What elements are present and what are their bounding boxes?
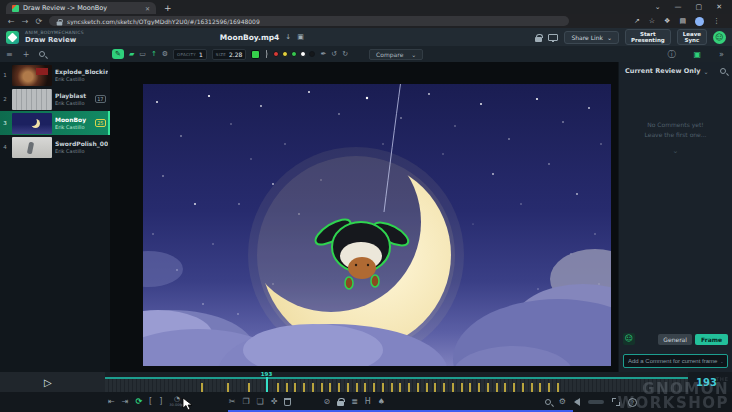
palette-color-dot[interactable]	[300, 51, 306, 57]
size-field[interactable]: SIZE 2.28	[212, 49, 247, 60]
sort-icon[interactable]: ≡	[6, 50, 13, 59]
screenshare-icon[interactable]	[548, 34, 558, 41]
comment-marker[interactable]	[303, 383, 305, 392]
current-color-swatch[interactable]	[251, 50, 260, 59]
eraser-tool-button[interactable]: ▰	[129, 50, 134, 58]
pen-icon[interactable]: ✒	[320, 50, 326, 58]
bookmark-star-icon[interactable]: ☆	[649, 17, 655, 25]
ghost-icon[interactable]: ♠	[378, 398, 385, 406]
playhead[interactable]: 193	[266, 377, 268, 392]
item-thumbnail[interactable]	[12, 113, 52, 134]
info-icon[interactable]: ⓘ	[668, 49, 676, 60]
comment-marker[interactable]	[461, 383, 463, 392]
forward-button[interactable]: →	[22, 17, 29, 26]
comment-marker[interactable]	[227, 383, 229, 392]
extensions-icon[interactable]: ❖	[664, 17, 670, 25]
settings-gear-icon[interactable]: ⚙	[559, 398, 566, 406]
video-frame[interactable]	[143, 84, 611, 366]
new-tab-button[interactable]: +	[164, 2, 172, 14]
close-button[interactable]: ✕	[716, 0, 722, 14]
playlist-item[interactable]: 3 MoonBoy Erik Castillo 25	[0, 111, 110, 135]
general-comment-button[interactable]: General	[658, 334, 692, 345]
timeline-strip[interactable]: 193	[105, 377, 688, 392]
comment-marker[interactable]	[364, 383, 366, 392]
range-out-icon[interactable]: ]	[159, 398, 162, 406]
comment-marker[interactable]	[373, 383, 375, 392]
lock-icon[interactable]	[535, 37, 542, 42]
annotations-icon[interactable]: ▣	[694, 50, 702, 59]
cut-icon[interactable]: ✂	[229, 398, 236, 406]
comment-marker[interactable]	[548, 383, 550, 392]
help-icon[interactable]: ?	[628, 398, 637, 407]
playlist-search-icon[interactable]	[39, 51, 45, 57]
comments-filter-dropdown[interactable]: Current Review Only ⌄	[619, 62, 732, 80]
reload-button[interactable]: ⟳	[35, 17, 42, 26]
palette-color-dot[interactable]	[309, 51, 315, 57]
comment-marker[interactable]	[356, 383, 358, 392]
comment-marker[interactable]	[294, 383, 296, 392]
comment-marker[interactable]	[478, 383, 480, 392]
side-panel-icon[interactable]: ▤	[679, 17, 686, 25]
redo-icon[interactable]: ↻	[342, 50, 348, 58]
comment-marker[interactable]	[513, 383, 515, 392]
start-presenting-button[interactable]: Start Presenting	[625, 29, 671, 46]
hide-annotations-icon[interactable]: ⊘	[323, 398, 330, 406]
maximize-button[interactable]: ▢	[696, 0, 703, 14]
comment-marker[interactable]	[277, 383, 279, 392]
emoji-icon[interactable]: ☺	[623, 333, 635, 345]
user-avatar[interactable]: ☺	[713, 31, 726, 44]
address-bar[interactable]: syncsketch.com/sketch/OTgyMDdhY2U0/#/163…	[49, 16, 569, 26]
comment-marker[interactable]	[286, 383, 288, 392]
playlist-item[interactable]: 2 Playblast Erik Castillo 17	[0, 87, 110, 111]
playback-speed-control[interactable]: ◔ 30.00fps	[169, 396, 184, 408]
undo-icon[interactable]: ↺	[331, 50, 337, 58]
tool-settings-gear-icon[interactable]: ⚙	[162, 50, 168, 58]
comment-marker[interactable]	[557, 383, 559, 392]
back-button[interactable]: ←	[8, 17, 15, 26]
comments-search-icon[interactable]	[720, 68, 726, 74]
loop-icon[interactable]: ⟳	[135, 398, 142, 406]
comment-marker[interactable]	[531, 383, 533, 392]
mute-speaker-icon[interactable]	[574, 398, 580, 406]
comment-marker[interactable]	[539, 383, 541, 392]
comment-marker[interactable]	[201, 383, 203, 392]
minimize-button[interactable]: —	[675, 0, 682, 14]
syncsketch-logo[interactable]	[6, 31, 19, 44]
comment-marker[interactable]	[399, 383, 401, 392]
item-thumbnail[interactable]	[12, 65, 52, 86]
browser-profile-avatar[interactable]	[695, 17, 704, 26]
playlist-item[interactable]: 1 Explode_Blockin... Erik Castillo	[0, 63, 110, 87]
range-in-icon[interactable]: [	[149, 398, 152, 406]
comment-marker[interactable]	[417, 383, 419, 392]
comment-marker[interactable]	[312, 383, 314, 392]
brush-tool-button[interactable]: ✎	[112, 49, 124, 59]
comment-marker[interactable]	[321, 383, 323, 392]
delete-icon[interactable]	[284, 398, 291, 406]
video-canvas[interactable]	[110, 62, 618, 372]
comment-marker[interactable]	[347, 383, 349, 392]
share-link-button[interactable]: Share Link ⌄	[564, 31, 619, 44]
move-icon[interactable]: ✜	[271, 398, 278, 406]
comment-marker[interactable]	[452, 383, 454, 392]
comment-marker[interactable]	[522, 383, 524, 392]
open-external-icon[interactable]: ▣	[297, 33, 304, 41]
tab-close-icon[interactable]: ✕	[145, 5, 150, 12]
comment-marker[interactable]	[382, 383, 384, 392]
fullscreen-icon[interactable]	[612, 398, 620, 406]
palette-color-dot[interactable]	[291, 51, 297, 57]
comment-input[interactable]	[623, 354, 728, 368]
comment-marker[interactable]	[469, 383, 471, 392]
comment-marker[interactable]	[408, 383, 410, 392]
arrow-tool-button[interactable]: ↑	[151, 50, 157, 58]
hold-frame-icon[interactable]: H	[365, 398, 371, 406]
comment-marker[interactable]	[487, 383, 489, 392]
comment-marker[interactable]	[496, 383, 498, 392]
palette-color-dot[interactable]	[282, 51, 288, 57]
comment-marker[interactable]	[504, 383, 506, 392]
download-icon[interactable]: ↓	[285, 33, 291, 41]
frame-comment-button[interactable]: Frame	[695, 334, 728, 345]
item-thumbnail[interactable]	[12, 137, 52, 158]
comment-marker[interactable]	[329, 383, 331, 392]
browser-menu-icon[interactable]: ⋮	[713, 17, 720, 25]
browser-tab[interactable]: Draw Review -> MoonBoy ✕	[6, 2, 156, 14]
